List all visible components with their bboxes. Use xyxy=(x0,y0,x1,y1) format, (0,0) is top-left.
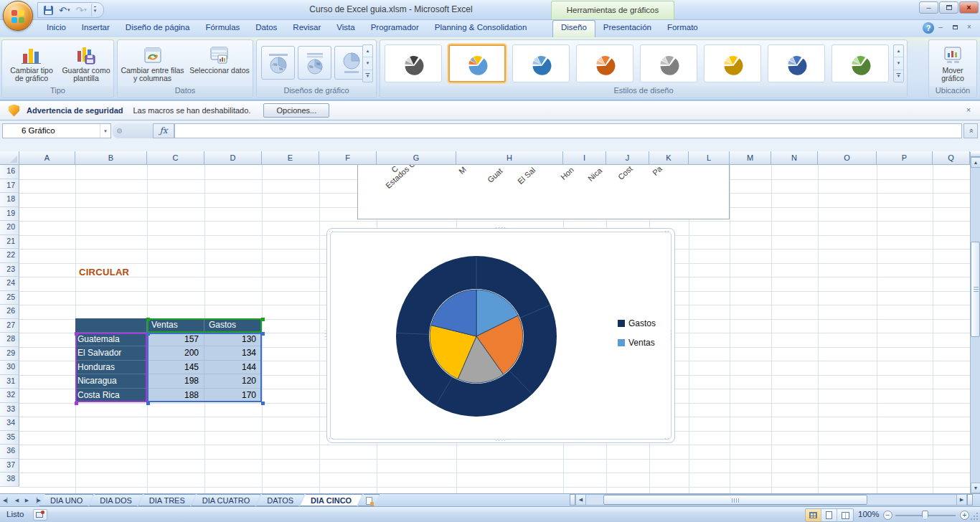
chart-resize-handle[interactable]: ···· xyxy=(495,226,507,229)
row-header-16[interactable]: 16 xyxy=(0,165,19,179)
message-bar-close-icon[interactable]: × xyxy=(963,105,974,116)
chart-resize-handle[interactable]: ···· xyxy=(495,439,507,442)
row-header-23[interactable]: 23 xyxy=(0,263,19,277)
formula-bar-splitter[interactable] xyxy=(113,123,153,138)
partial-chart-object[interactable]: CEstados UMGuatEl SalHonNicaCostPa xyxy=(357,165,730,219)
row-header-31[interactable]: 31 xyxy=(0,375,19,389)
ribbon-tab-programador[interactable]: Programador xyxy=(363,20,427,37)
table-cell-category[interactable]: Costa Rica xyxy=(75,389,147,403)
column-header-M[interactable]: M xyxy=(730,151,771,165)
help-button[interactable]: ? xyxy=(923,22,934,34)
ribbon-tab-insertar[interactable]: Insertar xyxy=(74,20,118,37)
ribbon-tab-formato[interactable]: Formato xyxy=(659,20,706,37)
undo-dropdown-icon[interactable]: ▾ xyxy=(67,7,70,13)
scroll-right-button[interactable]: ▶ xyxy=(956,494,967,506)
chart-resize-handle[interactable]: · · · · xyxy=(324,329,327,341)
sheet-tab-dia-tres[interactable]: DIA TRES xyxy=(138,494,196,506)
table-cell-value[interactable]: 200 xyxy=(147,346,204,361)
column-header-H[interactable]: H xyxy=(456,151,563,165)
row-header-21[interactable]: 21 xyxy=(0,235,19,250)
table-cell-value[interactable]: 130 xyxy=(204,333,262,347)
column-header-Q[interactable]: Q xyxy=(933,151,970,165)
table-header-gastos[interactable]: Gastos xyxy=(204,318,262,333)
ribbon-tab-presentaci-n[interactable]: Presentación xyxy=(595,20,659,37)
table-cell-category[interactable]: Guatemala xyxy=(75,333,147,347)
guardar-como-plantilla-button[interactable]: Guardar como plantilla xyxy=(60,42,113,87)
column-header-B[interactable]: B xyxy=(75,151,147,165)
close-button[interactable]: × xyxy=(959,1,979,14)
sheet-tab-datos[interactable]: DATOS xyxy=(256,494,304,506)
chart-style-estilo-azul-oscuro[interactable] xyxy=(768,44,825,82)
table-cell-value[interactable]: 188 xyxy=(147,389,204,403)
column-header-G[interactable]: G xyxy=(377,151,456,165)
vertical-scroll-thumb[interactable] xyxy=(971,242,980,337)
layouts-scroll-up[interactable]: ▲ xyxy=(363,45,372,57)
column-header-J[interactable]: J xyxy=(606,151,649,165)
chart-style-estilo-azul[interactable] xyxy=(512,44,570,82)
minimize-button[interactable]: – xyxy=(919,1,938,14)
horizontal-scroll-thumb[interactable] xyxy=(603,495,867,505)
ribbon-tab-vista[interactable]: Vista xyxy=(329,20,362,37)
row-header-26[interactable]: 26 xyxy=(0,305,19,319)
tab-split-handle[interactable] xyxy=(570,494,575,506)
save-button[interactable] xyxy=(42,4,55,16)
zoom-in-button[interactable]: + xyxy=(960,511,969,520)
ribbon-tab-planning-consolidation[interactable]: Planning & Consolidation xyxy=(427,20,535,37)
row-header-36[interactable]: 36 xyxy=(0,445,19,459)
row-header-38[interactable]: 38 xyxy=(0,473,19,487)
ribbon-tab-dise-o[interactable]: Diseño xyxy=(552,20,595,37)
row-header-32[interactable]: 32 xyxy=(0,389,19,403)
table-header-ventas[interactable]: Ventas xyxy=(147,318,204,333)
table-cell-value[interactable]: 134 xyxy=(204,346,262,361)
zoom-out-button[interactable]: − xyxy=(883,511,892,520)
horizontal-split-handle[interactable] xyxy=(967,494,973,506)
undo-button[interactable]: ↶▾ xyxy=(57,4,71,16)
column-header-P[interactable]: P xyxy=(877,151,933,165)
sheet-tab-dia-dos[interactable]: DIA DOS xyxy=(89,494,143,506)
ribbon-tab-revisar[interactable]: Revisar xyxy=(285,20,329,37)
row-header-17[interactable]: 17 xyxy=(0,179,19,194)
chart-resize-handle[interactable]: ·· xyxy=(664,437,670,440)
workbook-minimize-button[interactable]: – xyxy=(934,22,947,34)
table-cell-category[interactable]: El Salvador xyxy=(75,346,147,361)
column-header-L[interactable]: L xyxy=(689,151,730,165)
table-cell-value[interactable]: 170 xyxy=(204,389,262,403)
vertical-split-handle[interactable] xyxy=(971,152,980,157)
page-break-view-button[interactable] xyxy=(837,509,853,521)
row-header-28[interactable]: 28 xyxy=(0,333,19,347)
row-header-37[interactable]: 37 xyxy=(0,459,19,473)
column-header-E[interactable]: E xyxy=(262,151,319,165)
row-header-30[interactable]: 30 xyxy=(0,361,19,375)
window-resize-grip[interactable] xyxy=(970,512,979,521)
row-header-24[interactable]: 24 xyxy=(0,277,19,291)
ribbon-tab-inicio[interactable]: Inicio xyxy=(39,20,74,37)
chart-resize-handle[interactable]: · · · · xyxy=(670,329,673,341)
column-header-K[interactable]: K xyxy=(649,151,689,165)
scroll-down-button[interactable]: ▼ xyxy=(971,483,980,493)
row-header-20[interactable]: 20 xyxy=(0,221,19,235)
office-button[interactable] xyxy=(3,1,33,31)
first-sheet-button[interactable]: ◀▏ xyxy=(2,498,11,503)
worksheet-grid[interactable]: ABCDEFGHIJKLMNOPQ 1617181920212223242526… xyxy=(0,151,980,493)
chart-style-estilo-dorado[interactable] xyxy=(704,44,761,82)
styles-scroll-up[interactable]: ▲ xyxy=(894,45,903,57)
row-header-25[interactable]: 25 xyxy=(0,291,19,305)
table-cell-value[interactable]: 145 xyxy=(147,361,204,375)
scroll-left-button[interactable]: ◀ xyxy=(575,494,586,506)
column-header-F[interactable]: F xyxy=(319,151,377,165)
chart-style-estilo-verde[interactable] xyxy=(831,44,889,82)
styles-scroll-down[interactable]: ▼ xyxy=(894,57,903,70)
sheet-tab-dia-uno[interactable]: DIA UNO xyxy=(39,494,93,506)
sheet-tab-dia-cuatro[interactable]: DIA CUATRO xyxy=(192,494,260,506)
name-box[interactable]: 6 Gráfico ▾ xyxy=(2,123,111,138)
zoom-slider-thumb[interactable] xyxy=(922,511,928,520)
row-header-29[interactable]: 29 xyxy=(0,347,19,361)
table-corner-cell[interactable] xyxy=(75,318,147,333)
formula-bar-expand-button[interactable]: » xyxy=(963,123,978,138)
normal-view-button[interactable] xyxy=(806,509,821,521)
data-table[interactable]: VentasGastosGuatemala157130El Salvador20… xyxy=(75,318,262,402)
chart-style-estilo-gris-oscuro[interactable] xyxy=(385,44,442,82)
cambiar-filas-columnas-button[interactable]: Cambiar entre filas y columnas xyxy=(119,42,186,87)
chart-object[interactable]: GastosVentas ········· · · ·· · · ······… xyxy=(326,228,675,443)
opciones-button[interactable]: Opciones... xyxy=(263,103,329,118)
